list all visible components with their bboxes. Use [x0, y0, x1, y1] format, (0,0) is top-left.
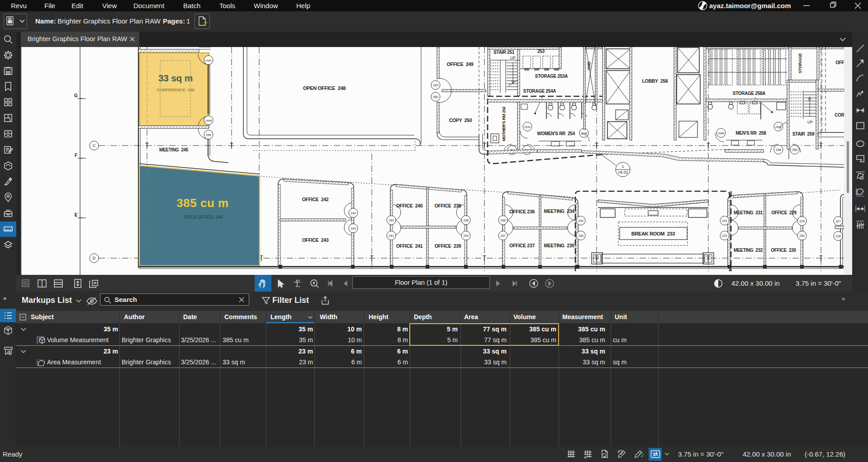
svg-text:JS: JS [7, 350, 11, 354]
svg-text:249: 249 [433, 84, 438, 87]
svg-text:OFFICE 243: OFFICE 243 [302, 237, 329, 243]
svg-text:240: 240 [389, 219, 394, 222]
svg-text:STAIR 259: STAIR 259 [792, 132, 815, 137]
svg-text:OFFICE 239: OFFICE 239 [435, 243, 461, 249]
svg-text:BREAK ROOM 233: BREAK ROOM 233 [631, 231, 675, 236]
svg-text:246B: 246B [205, 119, 212, 122]
svg-text:231: 231 [722, 219, 727, 222]
svg-text:234: 234 [578, 219, 583, 222]
svg-text:241: 241 [389, 234, 394, 237]
svg-text:VOID: VOID [587, 61, 591, 71]
svg-text:STORAGE 253A: STORAGE 253A [535, 74, 568, 79]
svg-text:STORAGE 254A: STORAGE 254A [523, 89, 556, 94]
svg-text:33 sq m: 33 sq m [158, 73, 193, 83]
svg-text:230: 230 [799, 234, 805, 237]
svg-text:OFFICE 241: OFFICE 241 [396, 243, 423, 249]
svg-text:F: F [75, 153, 77, 158]
svg-text:STORAGE 258A: STORAGE 258A [733, 91, 765, 96]
svg-text:245: 245 [206, 133, 211, 137]
svg-text:258: 258 [776, 148, 781, 151]
svg-text:239: 239 [463, 234, 469, 237]
svg-text:242: 242 [351, 212, 356, 215]
svg-text:OFFICE 229: OFFICE 229 [771, 210, 797, 215]
svg-text:OFFI: OFFI [835, 60, 844, 65]
svg-text:OFFICE 242: OFFICE 242 [302, 197, 329, 202]
svg-text:235: 235 [578, 234, 583, 237]
svg-text:MEETING 232: MEETING 232 [734, 248, 763, 253]
svg-text:MEETING 231: MEETING 231 [734, 210, 763, 215]
svg-text:3D: 3D [6, 328, 10, 330]
svg-text:1: 1 [622, 164, 624, 169]
svg-text:OFFICE 240: OFFICE 240 [396, 203, 423, 208]
svg-text:OFFICE 237: OFFICE 237 [509, 243, 535, 248]
svg-text:237: 237 [500, 234, 506, 237]
svg-text:OPEN OFFICE 248: OPEN OFFICE 248 [303, 85, 346, 91]
svg-text:250: 250 [433, 95, 438, 99]
svg-text:259: 259 [792, 148, 797, 151]
svg-text:UP: UP [807, 120, 813, 124]
svg-text:OFFICE 230: OFFICE 230 [771, 248, 796, 253]
svg-text:A6.02: A6.02 [618, 170, 628, 174]
svg-text:232: 232 [722, 234, 727, 237]
svg-text:E: E [75, 212, 78, 217]
svg-text:D: D [93, 256, 96, 260]
svg-text:236: 236 [500, 219, 506, 222]
svg-text:253: 253 [537, 49, 545, 54]
svg-text:OPEN OFFICE 244: OPEN OFFICE 244 [184, 215, 223, 220]
svg-text:228: 228 [835, 235, 841, 238]
svg-text:MEN'S RR 258: MEN'S RR 258 [736, 131, 767, 136]
svg-text:238: 238 [463, 219, 469, 222]
svg-text:COPY 250: COPY 250 [449, 118, 472, 123]
svg-text:243: 243 [351, 227, 356, 230]
svg-text:UP: UP [510, 56, 516, 60]
svg-text:246A: 246A [205, 59, 212, 62]
svg-text:WOMEN'S RR 254: WOMEN'S RR 254 [537, 131, 575, 136]
svg-text:CONFERENCE 246: CONFERENCE 246 [157, 87, 194, 92]
svg-text:254A: 254A [524, 126, 531, 128]
svg-text:MEETING 245: MEETING 245 [159, 147, 189, 152]
svg-text:258B: 258B [718, 132, 724, 135]
svg-text:C: C [93, 143, 96, 148]
svg-text:OFFICE 236: OFFICE 236 [509, 209, 535, 214]
svg-text:OFFICE 238: OFFICE 238 [435, 203, 461, 208]
svg-text:MEETING 235: MEETING 235 [544, 243, 574, 248]
svg-text:229: 229 [799, 220, 805, 223]
svg-text:227: 227 [835, 220, 841, 223]
svg-text:OFFICE 249: OFFICE 249 [447, 61, 474, 67]
svg-text:MEETING 234: MEETING 234 [544, 208, 574, 214]
svg-text:385 cu m: 385 cu m [176, 196, 228, 210]
svg-text:G: G [74, 93, 78, 98]
svg-text:LOBBY 256: LOBBY 256 [642, 78, 668, 84]
svg-text:COR: COR [835, 113, 844, 118]
svg-text:MOTHER'S RM 252: MOTHER'S RM 252 [502, 106, 506, 141]
svg-text:STORAGE: STORAGE [797, 53, 802, 74]
svg-text:STAIR 251: STAIR 251 [493, 50, 515, 55]
